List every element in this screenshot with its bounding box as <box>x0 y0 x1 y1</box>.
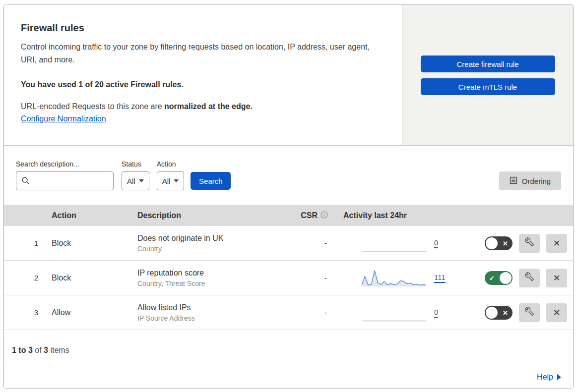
delete-rule-button[interactable]: ✕ <box>546 234 567 253</box>
rule-csr: - <box>292 239 337 248</box>
column-description: Description <box>137 211 292 220</box>
items-text: items <box>48 346 69 354</box>
column-csr: CSR <box>292 211 337 221</box>
edit-rule-button[interactable] <box>519 303 540 322</box>
create-mtls-rule-button[interactable]: Create mTLS rule <box>421 78 555 95</box>
header-text-block: Firewall rules Control incoming traffic … <box>4 4 402 145</box>
rule-activity-cell: 0 <box>337 304 444 322</box>
search-input[interactable] <box>16 171 114 190</box>
table-row: 1 Block Does not originate in UK Country… <box>4 226 573 261</box>
search-group: Search description... <box>16 160 114 190</box>
search-box <box>16 171 114 190</box>
rule-csr: - <box>292 274 337 282</box>
rule-enabled-toggle[interactable]: ✓ ✕ <box>485 236 512 250</box>
rule-description: IP reputation score <box>137 269 292 278</box>
filter-bar: Search description... Status All Action … <box>4 146 573 205</box>
column-activity: Activity last 24hr <box>337 211 444 220</box>
usage-summary: You have used 1 of 20 active Firewall ru… <box>21 80 372 89</box>
pagination-summary: 1 to 3 of 3 items <box>4 330 573 366</box>
chevron-down-icon <box>139 179 144 182</box>
chevron-down-icon <box>174 179 179 182</box>
activity-sparkline <box>362 269 426 287</box>
rule-activity-cell: 111 <box>337 269 444 287</box>
search-button[interactable]: Search <box>191 172 231 190</box>
rule-enabled-toggle[interactable]: ✓ ✕ <box>485 271 512 285</box>
rule-description-cell: Allow listed IPs IP Source Address <box>137 303 292 322</box>
normalization-bold: normalized at the edge. <box>164 102 253 111</box>
rule-activity-cell: 0 <box>337 234 444 252</box>
help-label: Help <box>537 373 553 382</box>
status-label: Status <box>122 160 149 168</box>
close-icon: ✕ <box>553 273 560 283</box>
wrench-icon <box>525 237 534 249</box>
status-filter-group: Status All <box>122 160 149 190</box>
rule-description-cell: IP reputation score Country, Threat Scor… <box>137 269 292 287</box>
page-description: Control incoming traffic to your zone by… <box>21 41 372 66</box>
action-label: Action <box>157 160 185 168</box>
rule-fields: Country, Threat Score <box>137 280 292 287</box>
rule-controls: ✓ ✕ ✕ <box>444 234 573 253</box>
help-link[interactable]: Help <box>537 373 561 382</box>
rule-action: Block <box>52 274 137 282</box>
edit-rule-button[interactable] <box>519 234 540 253</box>
arrow-right-icon <box>557 374 561 380</box>
rule-description-cell: Does not originate in UK Country <box>137 234 292 253</box>
ordering-button[interactable]: Ordering <box>499 171 561 190</box>
activity-sparkline <box>362 234 426 252</box>
close-icon: ✕ <box>553 307 560 318</box>
column-action: Action <box>52 211 137 220</box>
rule-controls: ✓ ✕ ✕ <box>444 303 573 322</box>
configure-normalization-link[interactable]: Configure Normalization <box>21 114 106 123</box>
normalization-note: URL-encoded Requests to this zone are no… <box>21 102 372 111</box>
search-label: Search description... <box>16 160 114 168</box>
wrench-icon <box>525 307 534 318</box>
info-icon[interactable] <box>320 211 328 221</box>
close-icon: ✕ <box>553 238 560 249</box>
normalization-text: URL-encoded Requests to this zone are <box>21 102 164 111</box>
of-text: of <box>33 346 44 354</box>
create-firewall-rule-button[interactable]: Create firewall rule <box>421 56 555 72</box>
rule-csr: - <box>292 308 337 317</box>
edit-rule-button[interactable] <box>519 269 540 287</box>
activity-count-link[interactable]: 0 <box>434 238 438 248</box>
header-section: Firewall rules Control incoming traffic … <box>4 4 573 146</box>
ordering-label: Ordering <box>522 177 551 185</box>
table-row: 3 Allow Allow listed IPs IP Source Addre… <box>4 295 573 330</box>
rule-description: Does not originate in UK <box>137 234 292 243</box>
rule-fields: Country <box>137 245 292 253</box>
page-title: Firewall rules <box>21 22 372 34</box>
x-icon: ✕ <box>503 240 508 246</box>
status-dropdown[interactable]: All <box>122 171 149 190</box>
help-row: Help <box>4 366 573 388</box>
firewall-rules-card: Firewall rules Control incoming traffic … <box>3 4 574 389</box>
delete-rule-button[interactable]: ✕ <box>546 303 567 322</box>
toggle-knob <box>486 307 498 319</box>
rule-priority: 3 <box>4 308 52 317</box>
csr-label: CSR <box>301 211 318 220</box>
rule-description: Allow listed IPs <box>137 303 292 312</box>
activity-count-link[interactable]: 0 <box>434 308 438 318</box>
table-row: 2 Block IP reputation score Country, Thr… <box>4 261 573 295</box>
rule-fields: IP Source Address <box>137 314 292 322</box>
search-icon <box>21 176 30 187</box>
delete-rule-button[interactable]: ✕ <box>546 269 567 287</box>
actions-panel: Create firewall rule Create mTLS rule <box>402 4 573 145</box>
rule-enabled-toggle[interactable]: ✓ ✕ <box>485 306 512 320</box>
action-value: All <box>162 177 171 185</box>
action-filter-group: Action All <box>157 160 185 190</box>
rule-controls: ✓ ✕ ✕ <box>444 269 573 287</box>
range-text: 1 to 3 <box>12 346 33 354</box>
rule-priority: 1 <box>4 239 52 247</box>
toggle-knob <box>500 272 512 284</box>
rule-priority: 2 <box>4 274 52 282</box>
table-header: Action Description CSR Activity last 24h… <box>4 205 573 226</box>
toggle-knob <box>486 237 498 249</box>
status-value: All <box>127 177 135 185</box>
list-icon <box>510 176 517 186</box>
wrench-icon <box>525 272 534 283</box>
action-dropdown[interactable]: All <box>157 171 185 190</box>
activity-sparkline <box>362 304 426 322</box>
total-text: 3 <box>44 346 48 354</box>
rule-action: Block <box>52 239 137 248</box>
check-icon: ✓ <box>489 275 495 281</box>
